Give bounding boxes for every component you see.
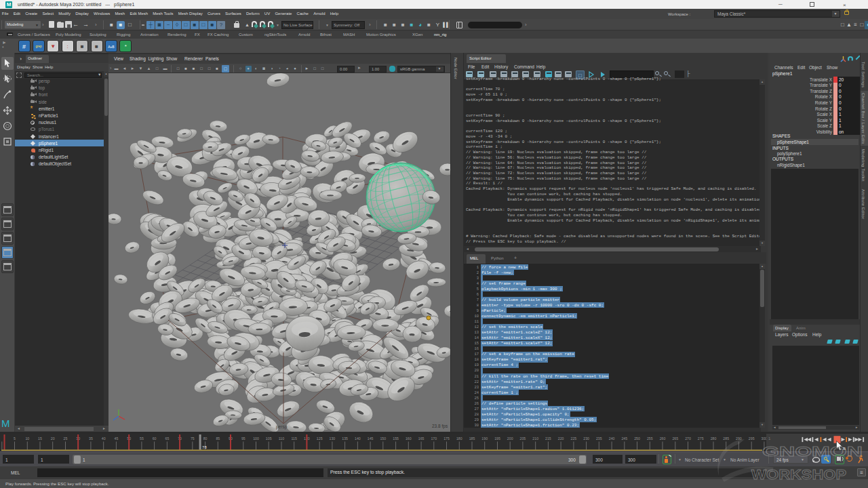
svg-text:225: 225 xyxy=(571,436,577,441)
svg-text:5: 5 xyxy=(14,436,16,441)
svg-text:75: 75 xyxy=(191,436,195,441)
svg-text:45: 45 xyxy=(115,436,119,441)
svg-text:25: 25 xyxy=(64,436,68,441)
svg-text:300: 300 xyxy=(762,436,766,441)
svg-text:105: 105 xyxy=(266,436,272,441)
svg-text:125: 125 xyxy=(317,436,323,441)
svg-text:175: 175 xyxy=(443,436,450,441)
svg-text:60: 60 xyxy=(153,436,157,441)
svg-text:135: 135 xyxy=(342,436,348,441)
svg-text:155: 155 xyxy=(393,436,399,441)
svg-text:85: 85 xyxy=(216,436,220,441)
svg-text:285: 285 xyxy=(723,436,729,441)
svg-text:130: 130 xyxy=(330,436,336,441)
svg-text:210: 210 xyxy=(532,436,538,441)
svg-text:150: 150 xyxy=(380,436,386,441)
svg-text:140: 140 xyxy=(355,436,361,441)
svg-text:190: 190 xyxy=(481,436,488,441)
svg-text:235: 235 xyxy=(596,436,602,441)
svg-text:205: 205 xyxy=(520,436,526,441)
svg-text:55: 55 xyxy=(140,436,144,441)
svg-text:78: 78 xyxy=(202,445,207,449)
svg-text:180: 180 xyxy=(456,436,462,441)
svg-text:35: 35 xyxy=(89,436,93,441)
svg-text:95: 95 xyxy=(241,436,245,441)
svg-text:10: 10 xyxy=(25,436,29,441)
svg-text:200: 200 xyxy=(507,436,513,441)
svg-text:240: 240 xyxy=(609,436,615,441)
svg-text:185: 185 xyxy=(469,436,475,441)
svg-text:170: 170 xyxy=(431,436,437,441)
svg-text:195: 195 xyxy=(494,436,500,441)
svg-text:275: 275 xyxy=(698,436,704,441)
svg-text:100: 100 xyxy=(253,436,259,441)
svg-text:40: 40 xyxy=(102,436,106,441)
svg-text:115: 115 xyxy=(292,436,297,441)
svg-text:280: 280 xyxy=(711,436,717,441)
svg-text:110: 110 xyxy=(279,436,284,441)
svg-text:230: 230 xyxy=(583,436,589,441)
svg-text:250: 250 xyxy=(634,436,640,441)
svg-text:220: 220 xyxy=(558,436,564,441)
svg-text:215: 215 xyxy=(545,436,551,441)
svg-text:245: 245 xyxy=(621,436,627,441)
svg-text:265: 265 xyxy=(672,436,678,441)
svg-text:255: 255 xyxy=(647,436,653,441)
svg-text:65: 65 xyxy=(165,436,170,441)
svg-text:290: 290 xyxy=(736,436,742,441)
svg-text:145: 145 xyxy=(368,436,374,441)
svg-text:80: 80 xyxy=(203,436,208,441)
svg-text:160: 160 xyxy=(406,436,412,441)
svg-text:165: 165 xyxy=(418,436,425,441)
svg-text:260: 260 xyxy=(660,436,666,441)
svg-text:20: 20 xyxy=(51,436,55,441)
svg-text:23.8 fps: 23.8 fps xyxy=(432,424,448,429)
svg-text:15: 15 xyxy=(38,436,42,441)
svg-text:persp: persp xyxy=(276,424,288,430)
svg-text:295: 295 xyxy=(749,436,755,441)
svg-text:270: 270 xyxy=(685,436,691,441)
